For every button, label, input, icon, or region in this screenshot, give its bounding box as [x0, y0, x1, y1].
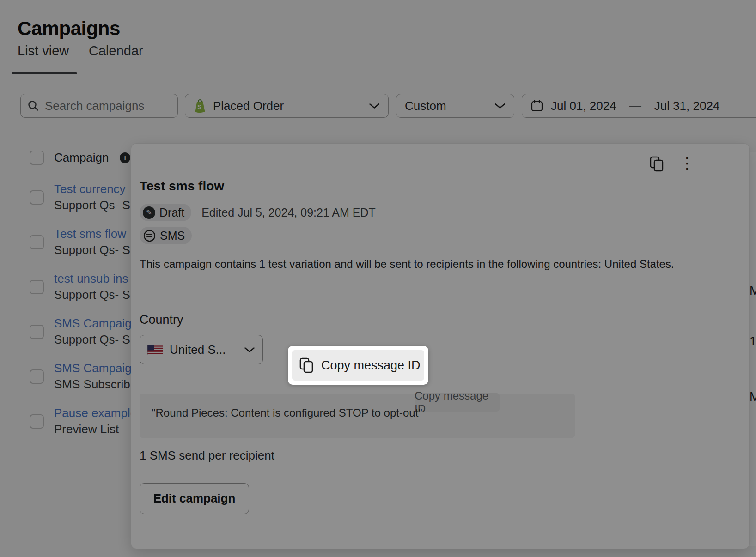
copy-message-id-label: Copy message ID [321, 358, 421, 373]
copy-message-id-button[interactable]: Copy message ID [292, 350, 424, 381]
dim-overlay [0, 0, 756, 557]
highlight-halo: Copy message ID [288, 346, 428, 385]
copy-icon [299, 357, 314, 374]
